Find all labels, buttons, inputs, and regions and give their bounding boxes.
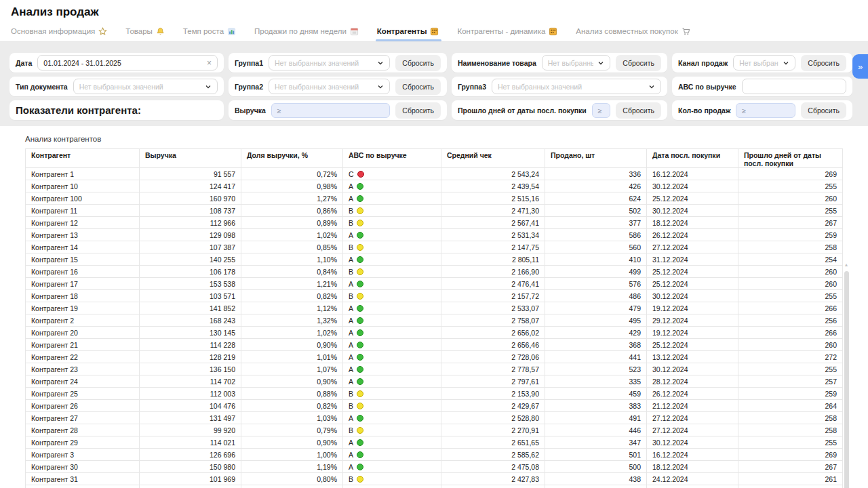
tab-bar: Основная информацияТоварыТемп ростаПрода… [0, 19, 868, 37]
cell-last-purchase-date: 21.12.2024 [647, 400, 738, 412]
group1-reset-button[interactable]: Сбросить [395, 55, 441, 71]
cell-days-since-purchase: 260 [738, 339, 843, 351]
filter-abc-revenue: АВС по выручке [672, 77, 852, 96]
table-row[interactable]: Контрагент 100160 9701,27%A2 515,1662425… [26, 192, 843, 205]
doc-type-select[interactable]: Нет выбранных значений [73, 79, 218, 94]
col-days-since-purchase[interactable]: Прошло дней от даты посл. покупки [738, 149, 843, 168]
table-row[interactable]: Контрагент 191 5570,72%C2 543,2433616.12… [26, 168, 843, 180]
table-row[interactable]: Контрагент 13129 0981,02%A2 531,3458626.… [26, 229, 843, 241]
cell-revenue: 153 538 [140, 278, 241, 290]
sales-channel-reset-button[interactable]: Сбросить [801, 55, 846, 71]
col-revenue-share[interactable]: Доля выручки, % [241, 149, 343, 168]
table-row[interactable]: Контрагент 26104 4760,82%B2 429,6738321.… [26, 400, 843, 412]
cell-last-purchase-date: 18.12.2024 [647, 217, 738, 229]
table-row[interactable]: Контрагент 18103 5710,82%B2 157,7248630.… [26, 290, 843, 302]
col-contractor[interactable]: Контрагент [26, 149, 140, 168]
scrollbar-thumb[interactable] [844, 271, 849, 488]
tab-contractors[interactable]: Контрагенты [377, 27, 439, 36]
tab-products[interactable]: Товары [125, 27, 165, 36]
table-row[interactable]: Контрагент 32127 7291,01%A2 606,7245321.… [26, 485, 843, 488]
table-row[interactable]: Контрагент 10124 4170,98%A2 439,5442630.… [26, 180, 843, 192]
sales-count-reset-button[interactable]: Сбросить [801, 102, 846, 119]
group3-select[interactable]: Нет выбранных значений [492, 79, 661, 94]
days-since-reset-button[interactable]: Сбросить [616, 102, 661, 119]
table-row[interactable]: Контрагент 21114 2280,90%A2 656,4636825.… [26, 339, 843, 351]
cell-avg-check: 2 270,91 [441, 424, 545, 436]
tab-label: Контрагенты [377, 27, 427, 35]
table-row[interactable]: Контрагент 12112 9660,89%B2 567,4137718.… [26, 217, 843, 229]
cell-last-purchase-date: 27.12.2024 [647, 412, 738, 424]
cell-sold-qty: 377 [545, 217, 647, 229]
chevron-down-icon [377, 83, 384, 90]
table-row[interactable]: Контрагент 15140 2551,10%A2 805,1141031.… [26, 253, 843, 266]
table-row[interactable]: Контрагент 29114 0210,90%A2 651,6534730.… [26, 436, 843, 449]
cell-sold-qty: 429 [545, 327, 647, 339]
abc-letter: B [349, 475, 353, 483]
table-row[interactable]: Контрагент 2168 2431,32%A2 758,0749529.1… [26, 314, 843, 327]
cell-revenue-share: 1,27% [241, 192, 343, 205]
cell-revenue: 106 178 [140, 266, 241, 278]
group2-reset-button[interactable]: Сбросить [395, 79, 441, 95]
cell-abc: B [343, 424, 441, 436]
expand-filters-button[interactable]: » [852, 54, 868, 79]
table-row[interactable]: Контрагент 22128 2191,01%A2 728,0644113.… [26, 351, 843, 363]
tab-sales-by-weekday[interactable]: Продажи по дням недели [254, 27, 359, 36]
product-name-reset-button[interactable]: Сбросить [616, 55, 661, 71]
abc-status-dot [357, 427, 363, 434]
table-row[interactable]: Контрагент 19141 8521,12%A2 533,0747919.… [26, 302, 843, 314]
abc-revenue-input[interactable] [742, 79, 846, 94]
cell-contractor: Контрагент 28 [26, 424, 140, 436]
cell-revenue-share: 0,84% [241, 266, 343, 278]
cell-abc: B [343, 217, 441, 229]
sales-channel-select[interactable]: Нет выбранных значений [733, 55, 795, 70]
product-name-select[interactable]: Нет выбранных значений [542, 55, 611, 70]
revenue-reset-button[interactable]: Сбросить [395, 102, 441, 119]
table-row[interactable]: Контрагент 25112 0030,88%B2 153,9045926.… [26, 388, 843, 400]
filter-days-since-purchase: Прошло дней от даты посл. покупки ≥ Сбро… [452, 100, 667, 120]
tab-joint-purchases[interactable]: Анализ совместных покупок [576, 27, 690, 36]
table-row[interactable]: Контрагент 11108 7370,86%B2 471,3050230.… [26, 205, 843, 217]
table-row[interactable]: Контрагент 2899 9200,79%B2 270,9144627.1… [26, 424, 843, 436]
table-row[interactable]: Контрагент 14107 3870,85%B2 147,7556027.… [26, 241, 843, 253]
tab-growth-rate[interactable]: Темп роста [183, 27, 236, 36]
product-name-label: Наименование товара [458, 59, 536, 67]
abc-status-dot [357, 439, 363, 446]
tab-contractors-dynamics[interactable]: Контрагенты - динамика [457, 27, 557, 36]
col-last-purchase-date[interactable]: Дата посл. покупки [647, 149, 738, 168]
table-row[interactable]: Контрагент 24114 7020,90%A2 797,6133528.… [26, 375, 843, 388]
abc-status-dot [357, 329, 363, 336]
table-row[interactable]: Контрагент 30150 9801,19%A2 475,0850018.… [26, 461, 843, 473]
table-row[interactable]: Контрагент 27131 4971,03%A2 528,8049127.… [26, 412, 843, 424]
table-row[interactable]: Контрагент 3126 6961,00%A2 585,6250116.1… [26, 449, 843, 461]
tab-main-info[interactable]: Основная информация [11, 27, 107, 36]
scroll-up-icon[interactable]: ▲ [843, 262, 850, 268]
col-revenue[interactable]: Выручка [140, 149, 241, 168]
sales-count-input[interactable]: ≥ [736, 103, 795, 118]
cell-avg-check: 2 805,11 [441, 253, 545, 266]
cell-contractor: Контрагент 27 [26, 412, 140, 424]
clear-date-icon[interactable]: × [207, 58, 212, 68]
cell-revenue-share: 1,07% [241, 363, 343, 375]
table-row[interactable]: Контрагент 31101 9690,80%B2 427,8343824.… [26, 473, 843, 485]
table-row[interactable]: Контрагент 23136 1501,07%A2 778,5752330.… [26, 363, 843, 375]
days-since-input[interactable]: ≥ [592, 103, 611, 118]
table-scrollbar[interactable]: ▲ ▼ [843, 262, 850, 488]
abc-letter: B [349, 292, 353, 300]
cell-contractor: Контрагент 1 [26, 168, 140, 180]
cell-sold-qty: 479 [545, 302, 647, 314]
col-avg-check[interactable]: Средний чек [441, 149, 545, 168]
col-sold-qty[interactable]: Продано, шт [545, 149, 647, 168]
cell-abc: B [343, 290, 441, 302]
cell-contractor: Контрагент 14 [26, 241, 140, 253]
table-row[interactable]: Контрагент 17153 5381,21%A2 476,4157625.… [26, 278, 843, 290]
star-icon [98, 27, 107, 36]
table-row[interactable]: Контрагент 16106 1780,84%B2 166,9049925.… [26, 266, 843, 278]
group1-placeholder: Нет выбранных значений [275, 59, 373, 67]
date-range-input[interactable]: 01.01.2024 - 31.01.2025 × [37, 55, 218, 70]
group1-select[interactable]: Нет выбранных значений [269, 55, 390, 70]
abc-letter: B [349, 390, 353, 398]
group2-select[interactable]: Нет выбранных значений [269, 79, 390, 94]
table-row[interactable]: Контрагент 20130 1451,02%A2 656,0242919.… [26, 327, 843, 339]
col-abc-revenue[interactable]: АВС по выручке [343, 149, 441, 168]
revenue-input[interactable]: ≥ [271, 103, 390, 118]
